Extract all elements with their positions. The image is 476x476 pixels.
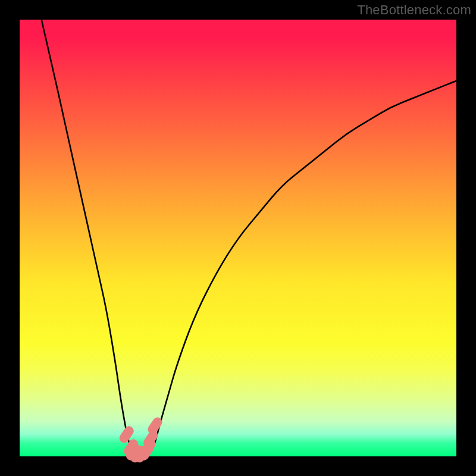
highlight-marker [148,436,153,443]
bottleneck-curve [42,20,456,456]
plot-area [20,20,456,456]
highlight-markers [124,422,158,458]
highlight-marker [153,422,158,430]
watermark-text: TheBottleneck.com [357,2,471,18]
highlight-marker [124,431,129,438]
chart-frame: TheBottleneck.com [0,0,476,476]
chart-svg [20,20,456,456]
